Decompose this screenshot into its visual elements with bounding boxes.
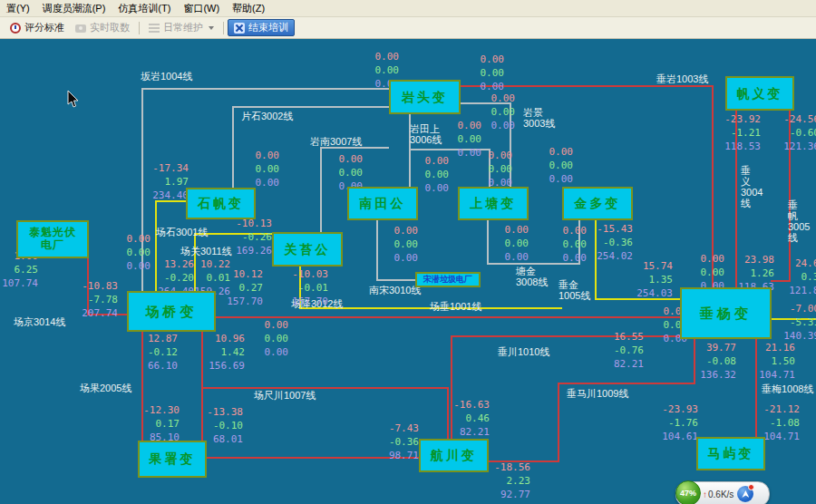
line-label: 岩南3007线 <box>310 136 362 147</box>
station-label: 果署变 <box>150 451 196 466</box>
station-label: 航川变 <box>431 448 477 462</box>
flow-value-v: 0.00 <box>529 172 573 186</box>
flow-value-q: 0.00 <box>405 168 449 181</box>
flow-value-p: 16.55 <box>600 330 644 344</box>
flow-value: 15.741.35254.03 <box>629 259 673 300</box>
station-box-songqian[interactable]: 宋潜垃圾电厂 <box>415 272 481 287</box>
flow-value-q: 0.00 <box>543 237 587 251</box>
flow-value: 0.000.000.00 <box>543 224 587 265</box>
menu-item-1[interactable]: 置(Y) <box>1 0 37 17</box>
speed-monitor-widget[interactable]: 47% ↑ 0.6K/s <box>675 481 770 504</box>
flow-value: 0.000.000.00 <box>107 232 151 273</box>
toolbar-button-4[interactable]: 结束培训 <box>228 19 295 36</box>
station-box-mayu[interactable]: 马屿变 <box>696 437 765 470</box>
toolbar-separator <box>139 22 140 34</box>
line-label: 场石3001线 <box>156 227 208 237</box>
line-label: 场垂1001线 <box>430 301 481 312</box>
flow-value-v: 254.03 <box>629 286 673 300</box>
flow-value-p: 21.16 <box>752 341 795 354</box>
flow-value-q: 0.00 <box>245 332 288 345</box>
line-label: 岩景3003线 <box>523 107 555 129</box>
station-box-fanyi[interactable]: 帆义变 <box>725 76 794 111</box>
station-box-yantou[interactable]: 岩头变 <box>389 80 461 114</box>
flow-value-v: 66.10 <box>134 359 178 373</box>
station-box-hangchuan[interactable]: 航川变 <box>419 439 489 472</box>
flow-value: 24.680.36121.86 <box>782 257 816 297</box>
station-box-changqiao[interactable]: 场桥变 <box>127 291 216 332</box>
station-box-guantai[interactable]: 关苔公 <box>272 232 343 267</box>
station-box-guoshu[interactable]: 果署变 <box>138 441 207 478</box>
flow-value-q: 0.17 <box>136 417 180 431</box>
toolbar-button-1[interactable]: 评分标准 <box>5 19 70 36</box>
flow-value-q: 0.36 <box>782 270 816 284</box>
flow-value: 0.000.000.00 <box>245 318 288 359</box>
toolbar-button-label: 实时取数 <box>90 21 130 34</box>
flow-value: 10.120.27157.70 <box>219 267 263 308</box>
cpu-usage-ball[interactable]: 47% <box>675 480 701 504</box>
station-box-jinduo[interactable]: 金多变 <box>562 187 633 220</box>
chevron-down-icon[interactable] <box>209 26 214 30</box>
security-shield-icon[interactable] <box>737 486 753 502</box>
station-label: 帆义变 <box>737 86 783 101</box>
flow-value-v: 121.36 <box>776 140 816 153</box>
station-box-nantian[interactable]: 南田公 <box>347 187 418 220</box>
flow-value: -16.630.4682.21 <box>446 398 490 439</box>
flow-value-p: 0.00 <box>681 252 724 266</box>
flow-value-v: 107.74 <box>0 276 38 290</box>
flow-value-v: 136.32 <box>693 368 736 382</box>
flow-value-q: -0.60 <box>776 126 816 140</box>
flow-value: -10.03-0.01167.70 <box>285 267 328 308</box>
station-box-shifan[interactable]: 石帆变 <box>186 188 256 219</box>
line-label: 垂川1010线 <box>498 346 549 357</box>
menu-item-5[interactable]: 帮助(Z) <box>227 0 272 17</box>
line-label: 场果2005线 <box>80 383 131 393</box>
station-label: 石帆变 <box>198 196 244 210</box>
flow-value-q: -1.08 <box>756 416 800 430</box>
flow-value-q: 0.00 <box>485 237 529 250</box>
flow-value-p: 10.12 <box>219 267 263 281</box>
flow-value-q: 0.00 <box>469 162 512 176</box>
station-label: 关苔公 <box>285 242 331 257</box>
menu-item-3[interactable]: 仿真培训(T) <box>112 0 178 17</box>
flow-value-q: 0.00 <box>461 66 504 80</box>
flow-value-q: 1.50 <box>752 354 795 368</box>
flow-value-p: 0.00 <box>374 224 418 237</box>
line-label: 塘金3008线 <box>516 266 548 287</box>
station-box-chuiyang[interactable]: 垂杨变 <box>680 287 772 339</box>
station-label: 场桥变 <box>146 304 198 319</box>
flow-value-p: 0.00 <box>471 92 515 105</box>
menu-bar: 置(Y)调度员潮流(P)仿真培训(T)窗口(W)帮助(Z) <box>0 0 816 17</box>
station-box-shangtang[interactable]: 上塘变 <box>458 187 529 220</box>
flow-value-p: 24.68 <box>782 257 816 270</box>
flow-value: 12.87-0.1266.10 <box>134 332 178 373</box>
flow-value-v: 98.71 <box>375 449 419 462</box>
flow-value: 39.77-0.08136.32 <box>693 341 736 382</box>
flow-value-q: 1.26 <box>731 267 774 280</box>
flow-value-q: 1.42 <box>201 345 245 359</box>
flow-value-p: 15.74 <box>629 259 673 273</box>
flow-value: 0.000.000.00 <box>469 149 512 189</box>
menu-item-4[interactable]: 窗口(W) <box>178 0 227 17</box>
menu-item-2[interactable]: 调度员潮流(P) <box>37 0 113 17</box>
flow-value-q: 0.46 <box>446 412 490 425</box>
flow-value-q: 0.00 <box>107 246 151 259</box>
line-label: 垂岩1003线 <box>656 73 708 84</box>
line-label: 垂义3004线 <box>741 165 768 208</box>
flow-value-p: -12.30 <box>136 403 180 417</box>
flow-value-v: 0.00 <box>485 250 529 264</box>
flow-value-p: -13.38 <box>199 405 243 419</box>
flow-value-q: 0.00 <box>438 132 481 146</box>
flow-value-q: -0.26 <box>228 230 272 244</box>
station-label: 南田公 <box>360 196 406 210</box>
flow-value-q: 0.00 <box>319 166 363 179</box>
snapshot-icon <box>75 24 86 33</box>
station-label: 电厂 <box>41 239 64 252</box>
flow-value-q: -0.76 <box>600 344 644 357</box>
flow-value: -10.13-0.26169.26 <box>228 217 272 257</box>
flow-value: -10.83-7.78207.74 <box>74 279 118 320</box>
flow-value-p: -17.34 <box>145 161 189 175</box>
flow-value-v: 0.00 <box>374 251 418 265</box>
toolbar-button-2: 实时取数 <box>70 19 135 36</box>
flow-value-p: 0.00 <box>405 154 449 168</box>
station-box-taikui[interactable]: 泰魁光伏电厂 <box>16 220 89 258</box>
